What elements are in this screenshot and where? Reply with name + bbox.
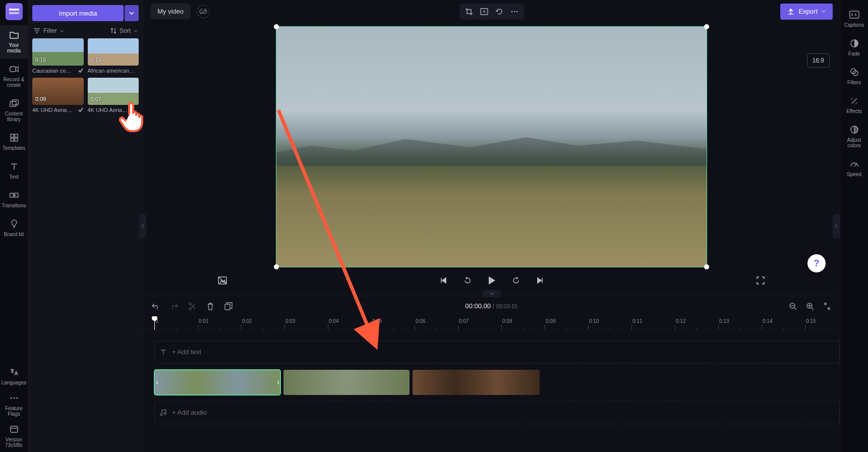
ruler-tick: 0:02 — [241, 316, 284, 330]
split-button[interactable] — [187, 301, 198, 312]
right-item-fade[interactable]: Fade — [840, 34, 869, 62]
trash-icon — [207, 302, 214, 310]
play-button[interactable] — [485, 274, 498, 287]
zoom-out-button[interactable] — [787, 301, 798, 312]
sidebar-item-text[interactable]: Text — [0, 157, 28, 185]
sidebar-item-label: Templates — [3, 145, 26, 151]
help-button[interactable]: ? — [807, 254, 826, 272]
timeline-clip[interactable]: || || — [154, 370, 280, 395]
ruler-tick: 0:11 — [631, 316, 675, 330]
redo-button[interactable] — [168, 301, 180, 312]
video-track[interactable]: || || — [154, 369, 840, 396]
undo-button[interactable] — [150, 301, 161, 312]
timeline-clip[interactable] — [413, 370, 540, 395]
media-thumbnail[interactable]: 0:07 — [88, 78, 139, 105]
sidebar-item-version[interactable]: Version 73c5f8c — [0, 421, 28, 452]
media-clip[interactable]: 0:08 4K UHD Aeria… — [32, 78, 84, 113]
sidebar-item-content-library[interactable]: Content library — [0, 94, 28, 127]
zoom-in-button[interactable] — [804, 301, 816, 312]
sidebar-item-languages[interactable]: Languages — [0, 364, 28, 389]
top-bar: My video Export — [143, 0, 840, 23]
chevron-down-icon — [489, 292, 494, 295]
forward-icon — [512, 276, 520, 285]
text-track[interactable]: + Add text — [154, 341, 840, 364]
delete-button[interactable] — [205, 301, 216, 312]
timeline-ruler[interactable]: 00:010:020:030:040:050:060:070:080:090:1… — [143, 316, 840, 330]
crop-button[interactable] — [461, 6, 477, 18]
media-thumbnail[interactable]: 0:15 — [32, 38, 84, 66]
export-button[interactable]: Export — [780, 4, 833, 20]
collapse-right-panel-button[interactable] — [833, 214, 840, 238]
svg-rect-1 — [9, 12, 19, 14]
fit-button[interactable] — [477, 6, 492, 18]
svg-rect-4 — [12, 100, 18, 105]
ruler-tick: 0:12 — [675, 316, 718, 330]
collapse-timeline-button[interactable] — [483, 290, 501, 297]
forward-button[interactable] — [509, 274, 523, 287]
captions-icon — [849, 9, 860, 20]
media-clip[interactable]: 0:15 African american… — [88, 38, 139, 74]
aspect-ratio-button[interactable]: 16:9 — [807, 53, 830, 68]
sidebar-item-transitions[interactable]: Transitions — [0, 186, 28, 213]
playhead[interactable] — [154, 316, 155, 330]
sidebar-item-feature-flags[interactable]: Feature Flags — [0, 389, 28, 421]
rotate-icon — [495, 8, 503, 16]
ruler-tick: 0:01 — [198, 316, 241, 330]
right-item-captions[interactable]: Captions — [840, 5, 869, 33]
right-item-label: Filters — [847, 80, 861, 85]
more-icon — [9, 392, 20, 404]
import-media-dropdown[interactable] — [125, 5, 139, 21]
sidebar-item-templates[interactable]: Templates — [0, 128, 28, 156]
resize-handle[interactable] — [274, 24, 279, 29]
app-logo-icon[interactable] — [6, 3, 23, 20]
rotate-button[interactable] — [492, 6, 507, 18]
sidebar-item-your-media[interactable]: Your media — [0, 25, 28, 59]
fullscreen-icon — [757, 276, 765, 285]
duplicate-button[interactable] — [223, 301, 234, 312]
import-media-label: Import media — [59, 10, 97, 17]
sidebar-item-record[interactable]: Record & create — [0, 60, 28, 93]
zoom-out-icon — [789, 302, 797, 310]
resize-handle[interactable] — [704, 24, 709, 29]
skip-start-button[interactable] — [437, 274, 450, 287]
skip-start-icon — [440, 277, 447, 284]
project-title[interactable]: My video — [150, 4, 191, 19]
fullscreen-button[interactable] — [754, 274, 767, 287]
audio-track[interactable]: + Add audio — [154, 401, 840, 424]
right-item-filters[interactable]: Filters — [840, 63, 869, 90]
templates-icon — [9, 132, 20, 143]
timeline-clip[interactable] — [283, 370, 410, 395]
timeline-tracks: + Add text || || + Add audio — [143, 330, 840, 452]
text-icon — [160, 349, 167, 356]
right-item-adjust-colors[interactable]: Adjust colors — [840, 120, 869, 153]
sort-button[interactable]: Sort — [110, 27, 138, 34]
more-tools-button[interactable] — [507, 6, 522, 18]
right-item-effects[interactable]: Effects — [840, 91, 869, 119]
resize-handle[interactable] — [274, 264, 279, 269]
media-thumbnail[interactable]: 0:08 — [32, 78, 84, 105]
media-clip[interactable]: 0:15 Caucasian co… — [32, 38, 84, 74]
preview-canvas[interactable] — [276, 26, 707, 267]
timeline-time: 00:00.00 / 00:09.01 — [465, 302, 517, 310]
canvas-tools — [459, 4, 524, 20]
safe-zone-icon — [218, 276, 227, 285]
skip-end-button[interactable] — [534, 274, 547, 287]
chevron-down-icon — [134, 30, 138, 32]
media-clip[interactable]: 0:07 4K UHD Aeria… — [88, 78, 139, 113]
sidebar-item-brand-kit[interactable]: Brand kit — [0, 214, 28, 242]
skip-end-icon — [537, 277, 544, 284]
safe-zones-button[interactable] — [216, 274, 229, 287]
media-thumbnail[interactable]: 0:15 — [88, 38, 139, 66]
filter-button[interactable]: Filter — [33, 27, 64, 34]
clip-trim-handle[interactable]: || — [154, 370, 159, 395]
cloud-sync-icon[interactable] — [197, 5, 210, 18]
clip-trim-handle[interactable]: || — [275, 370, 280, 395]
right-item-label: Speed — [847, 172, 861, 177]
zoom-fit-button[interactable] — [822, 301, 833, 312]
camera-icon — [9, 64, 20, 75]
fit-icon — [480, 8, 488, 15]
right-item-speed[interactable]: Speed — [840, 154, 869, 182]
import-media-button[interactable]: Import media — [32, 5, 124, 21]
rewind-button[interactable] — [461, 274, 474, 287]
resize-handle[interactable] — [704, 264, 709, 269]
